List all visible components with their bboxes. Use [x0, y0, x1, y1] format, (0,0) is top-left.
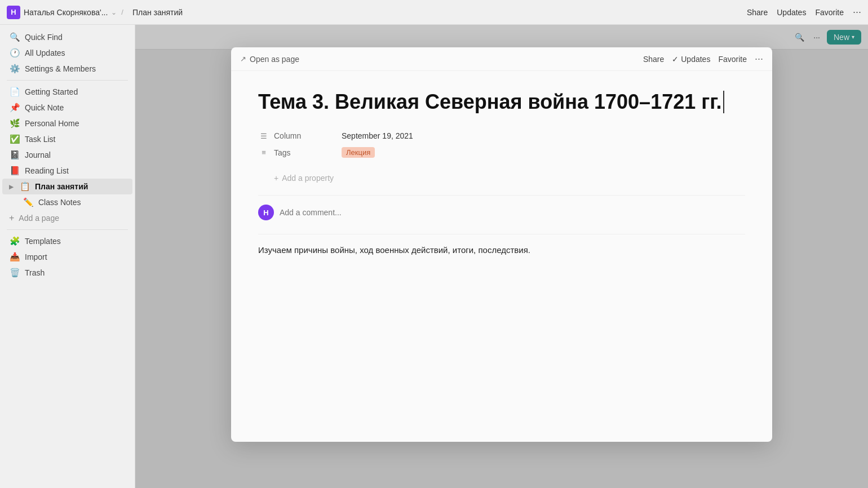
property-tags: ≡ Tags Лекция: [258, 144, 745, 161]
modal-updates-button[interactable]: ✓ Updates: [672, 55, 710, 64]
workspace-name: Наталья Скорнякова'...: [24, 8, 108, 17]
sidebar-label-quick-note: Quick Note: [25, 103, 64, 112]
add-property-button[interactable]: + Add a property: [274, 170, 334, 186]
expand-chevron-icon: ▶: [9, 184, 14, 190]
sidebar-divider: [7, 80, 128, 81]
sidebar-item-import[interactable]: 📥 Import: [2, 249, 132, 265]
topbar: Н Наталья Скорнякова'... ⌄ / План заняти…: [0, 0, 868, 25]
main-layout: 🔍 Quick Find 🕐 All Updates ⚙️ Settings &…: [0, 25, 868, 488]
add-page-button[interactable]: + Add a page: [2, 210, 132, 226]
share-button[interactable]: Share: [747, 8, 768, 17]
tag-badge[interactable]: Лекция: [342, 147, 375, 158]
personal-home-icon: 🌿: [9, 118, 20, 128]
favorite-button[interactable]: Favorite: [815, 8, 844, 17]
tags-icon: ≡: [258, 148, 269, 157]
sidebar-item-getting-started[interactable]: 📄 Getting Started: [2, 84, 132, 100]
expand-icon: ↗: [240, 55, 246, 63]
modal-topbar-actions: Share ✓ Updates Favorite ···: [643, 53, 763, 65]
add-icon: +: [9, 213, 14, 223]
modal-more-button[interactable]: ···: [755, 53, 763, 65]
sidebar-label-quick-find: Quick Find: [25, 33, 63, 42]
journal-icon: 📓: [9, 150, 20, 160]
sidebar-item-settings[interactable]: ⚙️ Settings & Members: [2, 61, 132, 77]
column-value[interactable]: September 19, 2021: [342, 131, 413, 140]
sidebar-divider-2: [7, 229, 128, 230]
user-avatar: Н: [258, 205, 274, 220]
sidebar-item-task-list[interactable]: ✅ Task List: [2, 131, 132, 147]
sidebar-item-journal[interactable]: 📓 Journal: [2, 147, 132, 163]
column-icon: ☰: [258, 132, 269, 140]
import-icon: 📥: [9, 252, 20, 262]
sidebar-item-reading-list[interactable]: 📕 Reading List: [2, 163, 132, 179]
property-column: ☰ Column September 19, 2021: [258, 128, 745, 144]
sidebar-label-trash: Trash: [25, 268, 45, 277]
sidebar-label-reading-list: Reading List: [25, 166, 69, 175]
sidebar-label-journal: Journal: [25, 150, 51, 159]
sidebar-item-all-updates[interactable]: 🕐 All Updates: [2, 45, 132, 61]
modal-overlay: ↗ Open as page Share ✓ Updates Favorite …: [135, 25, 868, 488]
sidebar-item-class-notes[interactable]: ✏️ Class Notes: [2, 194, 132, 210]
plan-icon: 📋: [19, 181, 30, 192]
check-icon: ✓: [672, 55, 679, 64]
text-cursor: [723, 91, 724, 113]
class-notes-icon: ✏️: [23, 197, 34, 207]
open-as-page-button[interactable]: ↗ Open as page: [240, 55, 299, 64]
updates-icon: 🕐: [9, 48, 20, 58]
plus-icon: +: [274, 174, 278, 183]
properties-section: ☰ Column September 19, 2021 ≡ Tags Лекци…: [258, 128, 745, 161]
sidebar-label-settings: Settings & Members: [25, 64, 96, 73]
sidebar-item-plan-zanyatiy[interactable]: ▶ 📋 План занятий: [2, 179, 132, 194]
breadcrumb: План занятий: [132, 8, 183, 17]
topbar-actions: Share Updates Favorite ···: [747, 6, 861, 18]
sidebar-label-class-notes: Class Notes: [38, 198, 81, 207]
sidebar-item-trash[interactable]: 🗑️ Trash: [2, 265, 132, 281]
updates-button[interactable]: Updates: [777, 8, 806, 17]
trash-icon: 🗑️: [9, 268, 20, 278]
reading-list-icon: 📕: [9, 166, 20, 176]
sidebar-label-all-updates: All Updates: [25, 48, 65, 57]
templates-icon: 🧩: [9, 236, 20, 246]
workspace-selector[interactable]: Н Наталья Скорнякова'... ⌄: [7, 6, 117, 19]
modal-content: Тема 3. Великая Северная война 1700–1721…: [231, 71, 772, 442]
comment-divider: [258, 195, 745, 196]
sidebar-label-task-list: Task List: [25, 135, 55, 144]
getting-started-icon: 📄: [9, 87, 20, 97]
modal-share-button[interactable]: Share: [643, 55, 664, 64]
quick-note-icon: 📌: [9, 103, 20, 113]
tags-label: Tags: [274, 148, 342, 157]
sidebar-label-templates: Templates: [25, 237, 61, 246]
comment-input[interactable]: [280, 208, 745, 217]
page-title[interactable]: Тема 3. Великая Северная война 1700–1721…: [258, 89, 745, 114]
workspace-chevron-icon: ⌄: [111, 8, 117, 16]
sidebar-label-plan-zanyatiy: План занятий: [35, 182, 88, 191]
sidebar-item-personal-home[interactable]: 🌿 Personal Home: [2, 116, 132, 131]
open-as-page-label: Open as page: [250, 55, 299, 64]
sidebar-label-getting-started: Getting Started: [25, 87, 78, 96]
settings-icon: ⚙️: [9, 64, 20, 74]
sidebar-item-templates[interactable]: 🧩 Templates: [2, 233, 132, 249]
task-list-icon: ✅: [9, 134, 20, 144]
modal-panel: ↗ Open as page Share ✓ Updates Favorite …: [231, 47, 772, 442]
workspace-icon: Н: [7, 6, 20, 19]
page-body: Изучаем причины войны, ход военных дейст…: [258, 243, 745, 257]
add-page-label: Add a page: [19, 214, 59, 223]
modal-topbar: ↗ Open as page Share ✓ Updates Favorite …: [231, 47, 772, 71]
column-label: Column: [274, 131, 342, 140]
search-icon: 🔍: [9, 32, 20, 42]
content-area: 🔍 ··· New ▾ ↗ Open as page Share: [135, 25, 868, 488]
sidebar-label-personal-home: Personal Home: [25, 119, 79, 128]
breadcrumb-separator: /: [121, 8, 123, 16]
sidebar-label-import: Import: [25, 252, 47, 261]
sidebar-item-quick-find[interactable]: 🔍 Quick Find: [2, 29, 132, 45]
sidebar: 🔍 Quick Find 🕐 All Updates ⚙️ Settings &…: [0, 25, 135, 488]
body-divider: [258, 234, 745, 234]
modal-favorite-button[interactable]: Favorite: [718, 55, 747, 64]
more-options-button[interactable]: ···: [853, 6, 861, 18]
comment-row: Н: [258, 205, 745, 220]
sidebar-item-quick-note[interactable]: 📌 Quick Note: [2, 100, 132, 116]
